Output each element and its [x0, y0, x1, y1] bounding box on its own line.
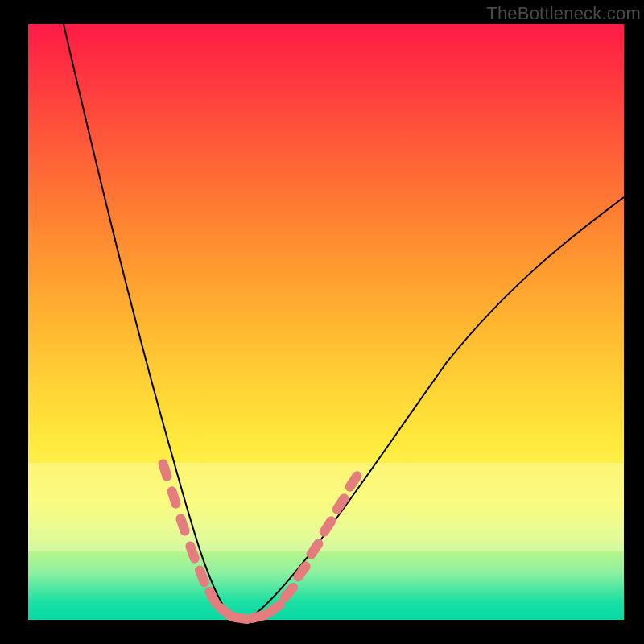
curve-left: [64, 24, 229, 616]
chart-frame: TheBottleneck.com: [0, 0, 644, 644]
source-label: TheBottleneck.com: [486, 3, 641, 24]
plot-area: [28, 24, 624, 620]
